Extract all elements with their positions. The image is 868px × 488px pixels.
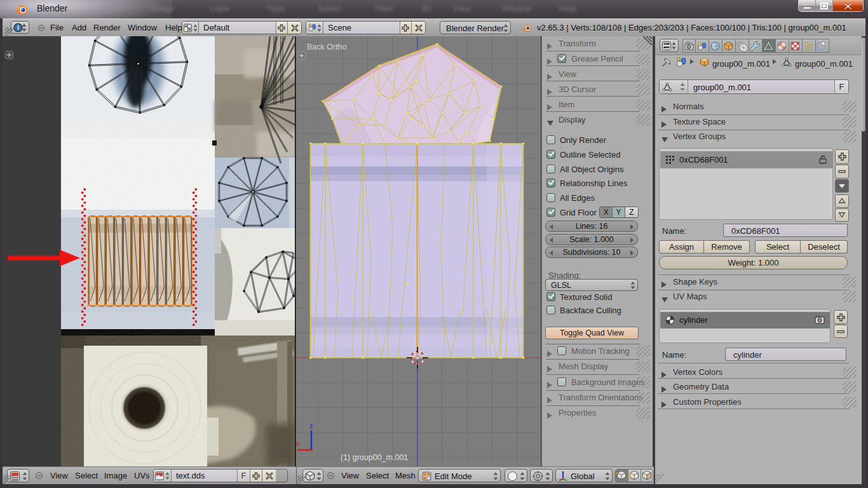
svg-text:Back Ortho: Back Ortho [307, 43, 347, 51]
svg-text:i: i [17, 24, 19, 31]
svg-text:z: z [309, 422, 313, 430]
svg-text:x: x [296, 440, 300, 447]
svg-text:(1) group00_m.001: (1) group00_m.001 [341, 453, 408, 462]
